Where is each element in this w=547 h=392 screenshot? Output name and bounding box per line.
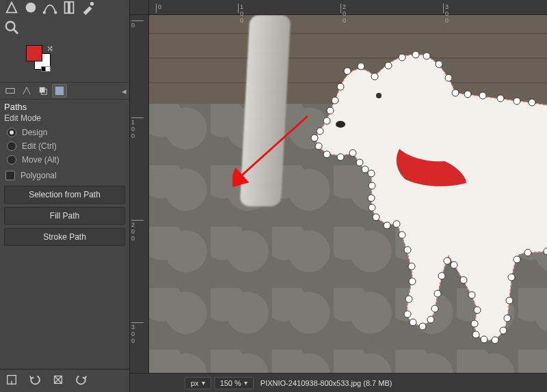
radio-design[interactable]: Design <box>4 126 125 139</box>
eyedropper-icon[interactable] <box>81 0 96 17</box>
svg-point-66 <box>513 256 520 263</box>
svg-rect-8 <box>6 89 14 94</box>
svg-point-76 <box>497 95 504 102</box>
svg-point-49 <box>427 316 434 323</box>
tab-layers[interactable] <box>36 84 51 98</box>
default-colors-icon[interactable] <box>41 64 51 74</box>
svg-point-58 <box>471 320 478 327</box>
svg-point-21 <box>344 68 351 74</box>
color-swatches[interactable]: ⤭ <box>25 44 67 78</box>
svg-point-47 <box>410 319 416 326</box>
svg-point-29 <box>323 151 330 158</box>
svg-rect-4 <box>68 2 70 14</box>
svg-point-63 <box>504 315 511 322</box>
svg-rect-11 <box>55 87 64 95</box>
photo-content <box>149 15 547 373</box>
svg-point-43 <box>408 263 415 270</box>
svg-point-60 <box>481 336 488 343</box>
svg-point-56 <box>468 292 475 298</box>
tool-options-panel: ⤭ ◂ Paths Edit Mode Design Edit (Ctrl) M… <box>0 0 130 392</box>
tool-icon[interactable] <box>4 0 19 17</box>
svg-point-32 <box>356 159 363 166</box>
svg-point-20 <box>358 63 364 70</box>
tab-paths[interactable] <box>52 84 67 98</box>
svg-point-22 <box>337 83 344 90</box>
ruler-corner <box>130 0 149 15</box>
svg-point-53 <box>444 257 451 264</box>
svg-point-5 <box>90 2 94 6</box>
zoom-selector[interactable]: 150 %▾ <box>214 377 254 389</box>
svg-point-55 <box>460 277 467 283</box>
svg-point-64 <box>506 297 513 304</box>
fg-color-swatch[interactable] <box>26 45 42 61</box>
svg-point-54 <box>451 262 457 268</box>
swap-colors-icon[interactable]: ⤭ <box>46 44 53 53</box>
svg-point-26 <box>317 128 323 135</box>
delete-icon[interactable] <box>52 374 64 388</box>
svg-rect-1 <box>43 12 46 14</box>
svg-point-65 <box>508 274 515 281</box>
radio-icon <box>7 155 16 165</box>
svg-point-41 <box>399 232 405 238</box>
svg-rect-2 <box>54 12 57 14</box>
svg-point-45 <box>405 296 412 303</box>
ruler-horizontal[interactable]: 0100200300 <box>149 0 547 15</box>
text-tool-icon[interactable] <box>62 0 77 17</box>
panel-title: Paths <box>0 100 129 112</box>
svg-point-67 <box>524 249 531 256</box>
svg-point-59 <box>472 331 479 338</box>
image-canvas[interactable] <box>149 15 547 373</box>
svg-point-81 <box>436 61 442 68</box>
svg-point-61 <box>492 337 498 344</box>
svg-point-83 <box>412 51 419 58</box>
svg-point-75 <box>513 98 520 104</box>
tab-tool-options[interactable] <box>3 84 18 98</box>
reset-icon[interactable] <box>75 374 88 388</box>
selection-from-path-button[interactable]: Selection from Path <box>4 186 125 204</box>
svg-point-44 <box>409 278 416 285</box>
stroke-path-button[interactable]: Stroke Path <box>4 228 125 246</box>
tab-menu-icon[interactable]: ◂ <box>122 86 126 96</box>
svg-point-85 <box>385 62 392 69</box>
fill-path-button[interactable]: Fill Path <box>4 207 125 225</box>
svg-point-6 <box>6 22 15 31</box>
svg-point-35 <box>369 182 375 189</box>
canvas-area: 0100200300 0100200300 <box>130 0 547 392</box>
svg-point-51 <box>434 290 441 297</box>
svg-line-7 <box>14 29 18 33</box>
unit-selector[interactable]: px▾ <box>185 377 211 389</box>
svg-point-38 <box>373 214 379 221</box>
save-preset-icon[interactable] <box>5 374 18 388</box>
svg-point-24 <box>327 107 334 114</box>
svg-point-48 <box>419 323 426 330</box>
radio-edit[interactable]: Edit (Ctrl) <box>4 139 125 153</box>
ruler-vertical[interactable]: 0100200300 <box>130 15 149 373</box>
svg-point-25 <box>323 117 330 124</box>
edit-mode-group: Design Edit (Ctrl) Move (Alt) <box>0 126 129 169</box>
svg-point-27 <box>311 135 318 141</box>
path-tool-icon[interactable] <box>42 0 57 17</box>
svg-point-33 <box>362 166 369 173</box>
svg-point-23 <box>332 97 338 104</box>
radio-icon <box>7 128 16 137</box>
dockable-tabs: ◂ <box>0 82 129 100</box>
svg-point-77 <box>479 92 486 99</box>
svg-point-0 <box>26 3 36 13</box>
svg-point-18 <box>336 121 345 128</box>
svg-point-31 <box>349 150 356 156</box>
tab-device-status[interactable] <box>19 84 34 98</box>
ellipse-tool-icon[interactable] <box>23 0 38 17</box>
svg-point-36 <box>368 195 375 201</box>
svg-point-42 <box>404 247 411 253</box>
svg-point-79 <box>452 89 459 96</box>
radio-move[interactable]: Move (Alt) <box>4 153 125 167</box>
svg-point-52 <box>438 272 445 279</box>
svg-point-74 <box>529 99 535 106</box>
svg-point-78 <box>464 91 471 98</box>
svg-point-46 <box>404 311 411 318</box>
svg-point-80 <box>445 74 452 81</box>
zoom-tool-icon[interactable] <box>0 20 129 44</box>
polygonal-checkbox-row[interactable]: Polygonal <box>0 169 129 186</box>
undo-icon[interactable] <box>29 374 41 388</box>
svg-point-28 <box>315 143 322 150</box>
